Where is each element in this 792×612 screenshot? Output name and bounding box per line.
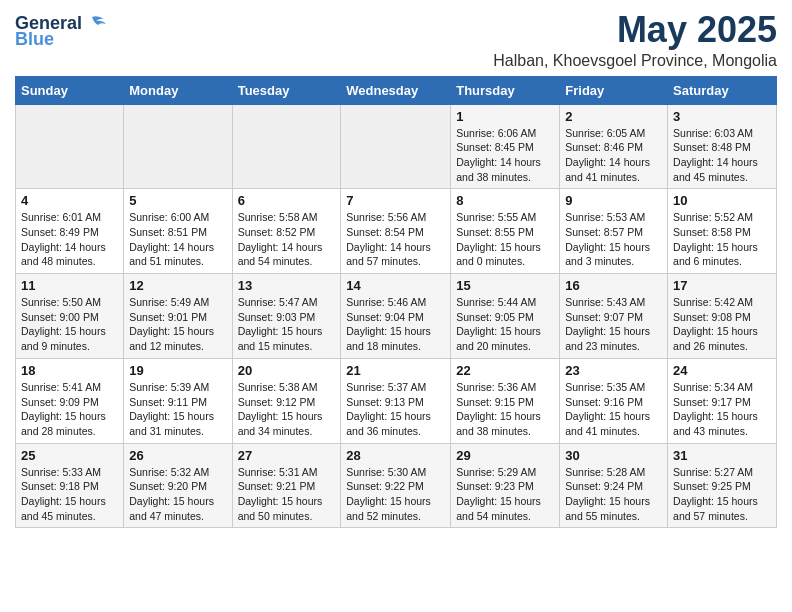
day-number: 18	[21, 363, 118, 378]
day-number: 30	[565, 448, 662, 463]
calendar-cell: 11Sunrise: 5:50 AMSunset: 9:00 PMDayligh…	[16, 274, 124, 359]
day-number: 9	[565, 193, 662, 208]
calendar-cell: 2Sunrise: 6:05 AMSunset: 8:46 PMDaylight…	[560, 104, 668, 189]
day-number: 20	[238, 363, 336, 378]
day-number: 25	[21, 448, 118, 463]
calendar-cell: 4Sunrise: 6:01 AMSunset: 8:49 PMDaylight…	[16, 189, 124, 274]
day-number: 26	[129, 448, 226, 463]
calendar-cell: 25Sunrise: 5:33 AMSunset: 9:18 PMDayligh…	[16, 443, 124, 528]
calendar-cell: 8Sunrise: 5:55 AMSunset: 8:55 PMDaylight…	[451, 189, 560, 274]
calendar-cell: 26Sunrise: 5:32 AMSunset: 9:20 PMDayligh…	[124, 443, 232, 528]
day-info: Sunrise: 5:38 AMSunset: 9:12 PMDaylight:…	[238, 380, 336, 439]
calendar-table: SundayMondayTuesdayWednesdayThursdayFrid…	[15, 76, 777, 529]
day-info: Sunrise: 5:33 AMSunset: 9:18 PMDaylight:…	[21, 465, 118, 524]
day-number: 21	[346, 363, 445, 378]
calendar-cell	[16, 104, 124, 189]
calendar-cell: 12Sunrise: 5:49 AMSunset: 9:01 PMDayligh…	[124, 274, 232, 359]
calendar-cell: 5Sunrise: 6:00 AMSunset: 8:51 PMDaylight…	[124, 189, 232, 274]
day-info: Sunrise: 5:32 AMSunset: 9:20 PMDaylight:…	[129, 465, 226, 524]
day-number: 24	[673, 363, 771, 378]
day-number: 5	[129, 193, 226, 208]
day-number: 31	[673, 448, 771, 463]
day-info: Sunrise: 5:31 AMSunset: 9:21 PMDaylight:…	[238, 465, 336, 524]
calendar-cell: 19Sunrise: 5:39 AMSunset: 9:11 PMDayligh…	[124, 358, 232, 443]
calendar-header-row: SundayMondayTuesdayWednesdayThursdayFrid…	[16, 76, 777, 104]
day-number: 7	[346, 193, 445, 208]
day-number: 23	[565, 363, 662, 378]
calendar-cell	[341, 104, 451, 189]
day-info: Sunrise: 5:50 AMSunset: 9:00 PMDaylight:…	[21, 295, 118, 354]
logo-bird-icon	[84, 15, 106, 33]
day-number: 28	[346, 448, 445, 463]
calendar-cell: 29Sunrise: 5:29 AMSunset: 9:23 PMDayligh…	[451, 443, 560, 528]
calendar-cell	[232, 104, 341, 189]
day-info: Sunrise: 5:39 AMSunset: 9:11 PMDaylight:…	[129, 380, 226, 439]
calendar-cell: 22Sunrise: 5:36 AMSunset: 9:15 PMDayligh…	[451, 358, 560, 443]
day-info: Sunrise: 5:37 AMSunset: 9:13 PMDaylight:…	[346, 380, 445, 439]
header-day-thursday: Thursday	[451, 76, 560, 104]
calendar-cell: 18Sunrise: 5:41 AMSunset: 9:09 PMDayligh…	[16, 358, 124, 443]
calendar-cell: 6Sunrise: 5:58 AMSunset: 8:52 PMDaylight…	[232, 189, 341, 274]
calendar-cell: 24Sunrise: 5:34 AMSunset: 9:17 PMDayligh…	[668, 358, 777, 443]
day-info: Sunrise: 5:58 AMSunset: 8:52 PMDaylight:…	[238, 210, 336, 269]
day-number: 8	[456, 193, 554, 208]
day-info: Sunrise: 5:56 AMSunset: 8:54 PMDaylight:…	[346, 210, 445, 269]
header-day-tuesday: Tuesday	[232, 76, 341, 104]
day-info: Sunrise: 5:41 AMSunset: 9:09 PMDaylight:…	[21, 380, 118, 439]
calendar-cell: 1Sunrise: 6:06 AMSunset: 8:45 PMDaylight…	[451, 104, 560, 189]
calendar-cell: 31Sunrise: 5:27 AMSunset: 9:25 PMDayligh…	[668, 443, 777, 528]
day-info: Sunrise: 5:30 AMSunset: 9:22 PMDaylight:…	[346, 465, 445, 524]
day-number: 6	[238, 193, 336, 208]
month-title: May 2025	[493, 10, 777, 50]
day-number: 14	[346, 278, 445, 293]
day-info: Sunrise: 5:53 AMSunset: 8:57 PMDaylight:…	[565, 210, 662, 269]
day-number: 17	[673, 278, 771, 293]
calendar-cell: 3Sunrise: 6:03 AMSunset: 8:48 PMDaylight…	[668, 104, 777, 189]
calendar-cell	[124, 104, 232, 189]
calendar-week-row: 11Sunrise: 5:50 AMSunset: 9:00 PMDayligh…	[16, 274, 777, 359]
calendar-cell: 27Sunrise: 5:31 AMSunset: 9:21 PMDayligh…	[232, 443, 341, 528]
day-number: 2	[565, 109, 662, 124]
page-header: General Blue May 2025 Halban, Khoevsgoel…	[15, 10, 777, 70]
calendar-cell: 16Sunrise: 5:43 AMSunset: 9:07 PMDayligh…	[560, 274, 668, 359]
day-info: Sunrise: 6:06 AMSunset: 8:45 PMDaylight:…	[456, 126, 554, 185]
header-day-sunday: Sunday	[16, 76, 124, 104]
calendar-cell: 20Sunrise: 5:38 AMSunset: 9:12 PMDayligh…	[232, 358, 341, 443]
day-info: Sunrise: 5:42 AMSunset: 9:08 PMDaylight:…	[673, 295, 771, 354]
day-number: 16	[565, 278, 662, 293]
calendar-cell: 13Sunrise: 5:47 AMSunset: 9:03 PMDayligh…	[232, 274, 341, 359]
calendar-cell: 23Sunrise: 5:35 AMSunset: 9:16 PMDayligh…	[560, 358, 668, 443]
day-number: 1	[456, 109, 554, 124]
day-info: Sunrise: 5:52 AMSunset: 8:58 PMDaylight:…	[673, 210, 771, 269]
calendar-cell: 21Sunrise: 5:37 AMSunset: 9:13 PMDayligh…	[341, 358, 451, 443]
day-number: 22	[456, 363, 554, 378]
calendar-cell: 15Sunrise: 5:44 AMSunset: 9:05 PMDayligh…	[451, 274, 560, 359]
day-info: Sunrise: 6:03 AMSunset: 8:48 PMDaylight:…	[673, 126, 771, 185]
day-info: Sunrise: 5:28 AMSunset: 9:24 PMDaylight:…	[565, 465, 662, 524]
day-number: 19	[129, 363, 226, 378]
day-info: Sunrise: 5:27 AMSunset: 9:25 PMDaylight:…	[673, 465, 771, 524]
calendar-cell: 14Sunrise: 5:46 AMSunset: 9:04 PMDayligh…	[341, 274, 451, 359]
day-number: 3	[673, 109, 771, 124]
calendar-week-row: 4Sunrise: 6:01 AMSunset: 8:49 PMDaylight…	[16, 189, 777, 274]
header-day-friday: Friday	[560, 76, 668, 104]
calendar-cell: 28Sunrise: 5:30 AMSunset: 9:22 PMDayligh…	[341, 443, 451, 528]
day-number: 11	[21, 278, 118, 293]
calendar-cell: 17Sunrise: 5:42 AMSunset: 9:08 PMDayligh…	[668, 274, 777, 359]
header-day-wednesday: Wednesday	[341, 76, 451, 104]
header-day-monday: Monday	[124, 76, 232, 104]
day-number: 13	[238, 278, 336, 293]
day-info: Sunrise: 6:05 AMSunset: 8:46 PMDaylight:…	[565, 126, 662, 185]
calendar-cell: 30Sunrise: 5:28 AMSunset: 9:24 PMDayligh…	[560, 443, 668, 528]
header-day-saturday: Saturday	[668, 76, 777, 104]
logo: General Blue	[15, 14, 106, 50]
day-info: Sunrise: 5:49 AMSunset: 9:01 PMDaylight:…	[129, 295, 226, 354]
day-number: 15	[456, 278, 554, 293]
day-info: Sunrise: 5:47 AMSunset: 9:03 PMDaylight:…	[238, 295, 336, 354]
calendar-cell: 7Sunrise: 5:56 AMSunset: 8:54 PMDaylight…	[341, 189, 451, 274]
day-info: Sunrise: 6:01 AMSunset: 8:49 PMDaylight:…	[21, 210, 118, 269]
day-info: Sunrise: 5:46 AMSunset: 9:04 PMDaylight:…	[346, 295, 445, 354]
location-title: Halban, Khoevsgoel Province, Mongolia	[493, 52, 777, 70]
day-info: Sunrise: 5:34 AMSunset: 9:17 PMDaylight:…	[673, 380, 771, 439]
day-info: Sunrise: 5:44 AMSunset: 9:05 PMDaylight:…	[456, 295, 554, 354]
